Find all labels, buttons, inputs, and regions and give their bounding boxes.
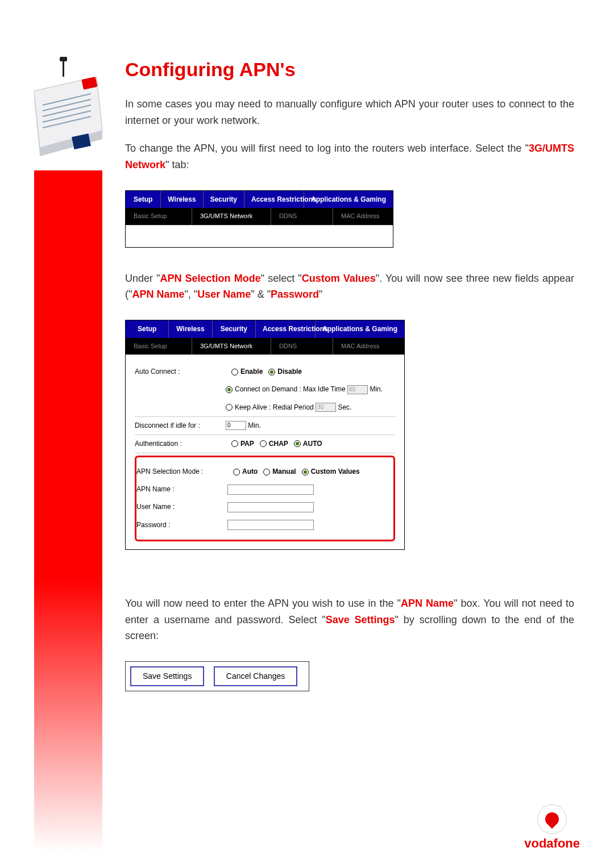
intro-paragraph: In some cases you may need to manually c… — [125, 96, 574, 129]
tabs-screenshot-1: Setup Wireless Security Access Restricti… — [125, 190, 393, 248]
apn-manual-radio[interactable] — [263, 469, 270, 475]
keep-alive-radio[interactable] — [226, 404, 233, 411]
auth-label: Authentication : — [135, 439, 226, 449]
chap-radio[interactable] — [260, 440, 267, 447]
apn-name-label: APN Name : — [136, 484, 227, 495]
save-buttons-screenshot: Save Settings Cancel Changes — [125, 661, 309, 691]
instruction-paragraph-1: To change the APN, you will first need t… — [125, 140, 574, 173]
tab-security-2: Security — [213, 320, 256, 337]
idle-time-input[interactable]: 60 — [347, 385, 368, 394]
custom-values-highlight: APN Selection Mode : Auto Manual Custom … — [135, 456, 395, 541]
vodafone-text: vodafone — [524, 836, 580, 851]
subtab-basic-2: Basic Setup — [126, 338, 192, 355]
tab-setup: Setup — [126, 191, 161, 208]
user-name-input[interactable] — [227, 502, 314, 512]
disable-radio[interactable] — [268, 369, 275, 375]
subtab-mac-2: MAC Address — [333, 338, 404, 355]
router-illustration — [23, 57, 108, 159]
apn-auto-radio[interactable] — [233, 469, 240, 475]
disconnect-label: Disconnect if idle for : — [135, 420, 226, 431]
redial-input[interactable]: 30 — [316, 403, 336, 412]
page-title: Configuring APN's — [125, 54, 574, 85]
instruction-paragraph-3: You will now need to enter the APN you w… — [125, 595, 574, 644]
tab-wireless-2: Wireless — [169, 320, 212, 337]
pap-radio[interactable] — [231, 440, 238, 447]
subtab-basic: Basic Setup — [126, 208, 192, 225]
tab-access-2: Access Restrictions — [256, 320, 316, 337]
tab-apps-2: Applications & Gaming — [316, 320, 404, 337]
connect-on-demand-radio[interactable] — [226, 386, 233, 393]
tab-security: Security — [204, 191, 244, 208]
password-label: Password : — [136, 520, 227, 531]
tab-wireless: Wireless — [161, 191, 203, 208]
instruction-paragraph-2: Under "APN Selection Mode" select "Custo… — [125, 270, 574, 303]
disconnect-input[interactable]: 0 — [226, 421, 246, 430]
tab-setup-2: Setup — [126, 320, 169, 337]
auto-radio[interactable] — [294, 440, 301, 447]
tab-access: Access Restrictions — [244, 191, 304, 208]
subtab-ddns: DDNS — [271, 208, 333, 225]
cancel-changes-button[interactable]: Cancel Changes — [214, 666, 298, 686]
svg-rect-0 — [63, 60, 64, 77]
password-input[interactable] — [227, 520, 314, 530]
user-name-label: User Name : — [136, 502, 227, 512]
subtab-mac: MAC Address — [333, 208, 393, 225]
subtab-ddns-2: DDNS — [271, 338, 333, 355]
apn-name-input[interactable] — [227, 485, 314, 495]
apn-mode-label: APN Selection Mode : — [136, 466, 227, 477]
auto-connect-label: Auto Connect : — [135, 366, 226, 377]
save-settings-button[interactable]: Save Settings — [130, 666, 204, 686]
vodafone-logo: vodafone — [524, 804, 580, 851]
tab-apps: Applications & Gaming — [304, 191, 393, 208]
tabs-screenshot-2: Setup Wireless Security Access Restricti… — [125, 320, 405, 550]
subtab-3g: 3G/UMTS Network — [192, 208, 271, 225]
enable-radio[interactable] — [231, 369, 238, 375]
svg-rect-1 — [60, 57, 67, 61]
subtab-3g-2: 3G/UMTS Network — [192, 338, 271, 355]
apn-custom-radio[interactable] — [302, 469, 309, 475]
red-gradient-band — [34, 170, 102, 852]
